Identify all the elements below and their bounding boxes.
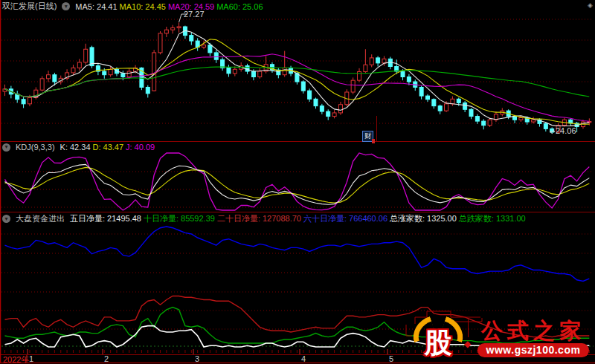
axis-month-label: 1 [29,354,33,363]
axis-month-label: 2 [104,354,109,363]
indicator: 总跌家数:1331.00 [459,214,528,223]
watermark-logo: 股 ◆ 公式之家 www.gszj100.com [408,315,594,363]
chart-canvas[interactable] [0,0,595,364]
bull-logo-icon: 股 [412,321,464,363]
financial-report-icon[interactable]: 财 [362,131,373,142]
kdj-indicator-values: K:42.34D:43.47J:40.09 [60,143,158,152]
stock-app-window: 双汇发展(日线) ▾ MA5:24.41MA10:24.45MA20:24.59… [0,0,595,364]
collapse-funds-icon[interactable]: ▾ [2,215,10,223]
axis-year-label: 2022年 [3,354,29,364]
site-url-badge: www.gszj100.com [477,343,590,357]
high-price-label: 27.27 [184,10,205,19]
indicator: 六十日净量:766460.06 [303,214,390,223]
site-name: 公式之家 [475,319,592,342]
indicator: D:43.47 [93,143,126,152]
main-indicator-values: MA5:24.41MA10:24.45MA20:24.59MA60:25.06 [75,2,265,11]
axis-month-label: 5 [389,354,393,363]
logo-divider [468,319,469,337]
corner-diamond-icon: ◈ [588,1,593,9]
funds-indicator-values: 五日净量:21495.48十日净量:85592.39二十日净量:127088.7… [70,213,528,224]
stock-title: 双汇发展(日线) [2,1,57,12]
indicator: J:40.09 [126,143,157,152]
indicator: 总涨家数:1325.00 [390,214,459,223]
diamond-icon: ◆ [464,339,471,349]
indicator: 二十日净量:127088.70 [217,214,303,223]
bull-character: 股 [425,325,452,362]
indicator: MA60:25.06 [216,2,265,11]
indicator: K:42.34 [60,143,93,152]
axis-month-label: 4 [301,354,306,363]
indicator: 五日净量:21495.48 [70,214,144,223]
collapse-main-icon[interactable]: ▾ [62,2,70,10]
kdj-panel-header: ▾ KDJ(9,3,3) K:42.34D:43.47J:40.09 [2,143,157,152]
funds-title: 大盘资金进出 [16,213,65,224]
funds-panel-header: ▾ 大盘资金进出 五日净量:21495.48十日净量:85592.39二十日净量… [2,213,528,224]
main-panel-header: 双汇发展(日线) ▾ MA5:24.41MA10:24.45MA20:24.59… [2,1,266,12]
collapse-kdj-icon[interactable]: ▾ [2,143,10,152]
indicator: MA10:24.45 [120,2,168,11]
low-price-label: 24.06 [556,126,576,135]
indicator: MA5:24.41 [75,2,119,11]
indicator: 十日净量:85592.39 [144,214,217,223]
kdj-title: KDJ(9,3,3) [16,143,55,152]
axis-month-label: 3 [195,354,199,363]
